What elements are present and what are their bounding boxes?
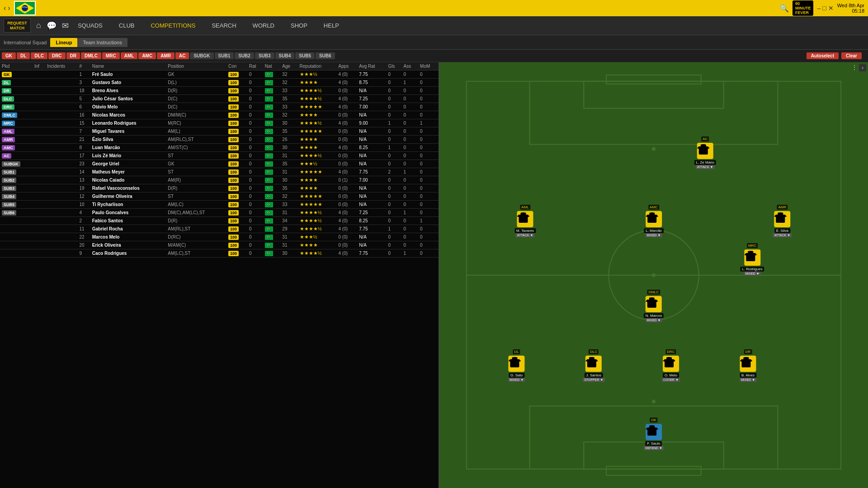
- filter-dl[interactable]: DL: [17, 52, 30, 59]
- role-dropdown-icon[interactable]: ▼: [787, 234, 790, 237]
- table-row[interactable]: SUB6 4 Paulo Goncalves DM(C),AM(LC),ST 1…: [0, 209, 439, 217]
- table-row[interactable]: 11 Gabriel Rocha AM(RL),ST 100 0 🇧🇷 29 ★…: [0, 225, 439, 233]
- player-shirt[interactable]: [663, 356, 679, 372]
- filter-amc[interactable]: AMC: [138, 52, 156, 59]
- player-shirt[interactable]: [697, 143, 713, 159]
- filter-subgk[interactable]: SUBGK: [190, 52, 213, 59]
- table-row[interactable]: DL 3 Gustavo Sato D(L) 100 0 🇧🇷 32 ★★★★ …: [0, 79, 439, 87]
- filter-drc[interactable]: DRC: [48, 52, 66, 59]
- player-role-tag[interactable]: MIXED ▼: [740, 378, 756, 382]
- role-dropdown-icon[interactable]: ▼: [658, 234, 661, 237]
- nav-competitions[interactable]: COMPETITIONS: [147, 20, 199, 31]
- nav-arrows[interactable]: ‹ ›: [4, 4, 10, 12]
- role-dropdown-icon[interactable]: ▼: [756, 272, 760, 275]
- minimize-btn[interactable]: –: [817, 5, 821, 12]
- role-dropdown-icon[interactable]: ▼: [710, 165, 713, 169]
- close-btn[interactable]: ✕: [828, 5, 834, 12]
- table-row[interactable]: AMC 8 Luan Marcão AM/ST(C) 100 0 🇧🇷 30 ★…: [0, 144, 439, 152]
- table-row[interactable]: DRC 6 Otávio Melo D(C) 100 0 🇧🇷 33 ★★★★★…: [0, 103, 439, 111]
- field-player[interactable]: DLC J. Santos STOPPER ▼: [583, 356, 604, 382]
- field-player[interactable]: AML M. Tavares ATTACK ▼: [514, 211, 536, 237]
- player-shirt[interactable]: [585, 356, 602, 372]
- maximize-btn[interactable]: □: [822, 5, 826, 12]
- player-shirt[interactable]: [744, 249, 760, 266]
- filter-dr[interactable]: DR: [66, 52, 80, 59]
- forward-arrow[interactable]: ›: [8, 4, 10, 12]
- filter-sub1[interactable]: SUB1: [215, 52, 234, 59]
- nav-search[interactable]: SEARCH: [208, 20, 240, 31]
- back-arrow[interactable]: ‹: [4, 4, 6, 12]
- home-icon[interactable]: ⌂: [36, 21, 41, 31]
- tab-lineup[interactable]: Lineup: [50, 38, 77, 47]
- filter-dmlc[interactable]: DMLC: [81, 52, 101, 59]
- field-player[interactable]: DR B. Alves MIXED ▼: [740, 356, 756, 382]
- autoselect-button[interactable]: Autoselect: [807, 52, 839, 59]
- filter-gk[interactable]: GK: [2, 52, 16, 59]
- filter-mrc[interactable]: MRC: [102, 52, 120, 59]
- clear-button[interactable]: Clear: [841, 52, 862, 59]
- table-row[interactable]: 22 Marcos Melo D(RC) 100 0 🇧🇷 31 ★★★½ 0 …: [0, 233, 439, 241]
- field-player[interactable]: DRC O. Melo COVER ▼: [662, 356, 680, 382]
- player-role-tag[interactable]: DEFEND ▼: [644, 446, 664, 450]
- field-player[interactable]: AMC L. Marcão MIXED ▼: [644, 211, 664, 237]
- table-row[interactable]: 9 Caco Rodrigues AM(LC),ST 100 0 🇧🇷 30 ★…: [0, 249, 439, 258]
- player-role-tag[interactable]: COVER ▼: [662, 378, 680, 382]
- nav-squads[interactable]: SQUADS: [74, 20, 106, 31]
- player-shirt[interactable]: [509, 356, 525, 372]
- field-player[interactable]: DMLC N. Marcos MIXED ▼: [644, 296, 664, 322]
- filter-sub6[interactable]: SUB6: [316, 52, 335, 59]
- field-player[interactable]: GK F. Saulo DEFEND ▼: [644, 424, 664, 450]
- table-row[interactable]: SUB2 13 Nicolas Caiado AM(R) 100 0 🇧🇷 30…: [0, 176, 439, 184]
- table-row[interactable]: 20 Erick Oliveira M/AM(C) 100 0 🇧🇷 31 ★★…: [0, 241, 439, 249]
- role-dropdown-icon[interactable]: ▼: [520, 378, 524, 381]
- filter-amr[interactable]: AMR: [157, 52, 175, 59]
- player-role-tag[interactable]: ATTACK ▼: [773, 233, 792, 237]
- window-controls[interactable]: – □ ✕: [817, 5, 833, 12]
- player-role-tag[interactable]: MIXED ▼: [645, 318, 662, 322]
- table-row[interactable]: SUB4 12 Guilherme Oliveira ST 100 0 🇧🇷 3…: [0, 192, 439, 201]
- player-role-tag[interactable]: MIXED ▼: [645, 233, 662, 237]
- player-role-tag[interactable]: STOPPER ▼: [583, 378, 604, 382]
- nav-club[interactable]: CLUB: [115, 20, 138, 31]
- role-dropdown-icon[interactable]: ▼: [600, 378, 603, 381]
- table-row[interactable]: SUB5 10 Ti Rycharlison AM(LC) 100 0 🇧🇷 3…: [0, 201, 439, 209]
- request-match-button[interactable]: REQUESTMATCH: [4, 19, 31, 33]
- table-row[interactable]: GK 1 Fré Saulo GK 100 0 🇧🇷 32 ★★★½ 4 (0)…: [0, 70, 439, 79]
- player-shirt[interactable]: [646, 211, 662, 227]
- table-row[interactable]: SUB1 14 Matheus Meyer ST 100 0 🇧🇷 31 ★★★…: [0, 168, 439, 176]
- field-player[interactable]: AMR É. Silva ATTACK ▼: [773, 211, 792, 237]
- search-icon[interactable]: 🔍: [780, 4, 789, 13]
- role-dropdown-icon[interactable]: ▼: [658, 319, 661, 322]
- nav-world[interactable]: WORLD: [249, 20, 278, 31]
- table-row[interactable]: SUB3 19 Rafael Vascoconselos D(R) 100 0 …: [0, 184, 439, 192]
- nav-shop[interactable]: SHOP: [287, 20, 311, 31]
- table-row[interactable]: DLC 5 Julio César Santos D(C) 100 0 🇧🇷 3…: [0, 95, 439, 103]
- filter-sub4[interactable]: SUB4: [275, 52, 295, 59]
- tab-team-instructions[interactable]: Team Instructions: [77, 38, 127, 47]
- role-dropdown-icon[interactable]: ▼: [659, 446, 662, 450]
- player-shirt[interactable]: [646, 424, 662, 440]
- table-row[interactable]: DR 18 Breno Alves D(R) 100 0 🇧🇷 33 ★★★★½…: [0, 87, 439, 95]
- field-player[interactable]: MRC L. Rodrigues MIXED ▼: [740, 249, 764, 276]
- player-role-tag[interactable]: ATTACK ▼: [696, 165, 715, 169]
- field-player[interactable]: AC L. Ze Mário ATTACK ▼: [694, 143, 716, 169]
- table-row[interactable]: 2 Fabico Santos D(R) 100 0 🇧🇷 34 ★★★★½ 4…: [0, 217, 439, 225]
- player-shirt[interactable]: [646, 296, 662, 312]
- field-player[interactable]: DL G. Sato MIXED ▼: [508, 356, 525, 382]
- role-dropdown-icon[interactable]: ▼: [675, 378, 679, 381]
- player-shirt[interactable]: [517, 211, 533, 227]
- filter-aml[interactable]: AML: [121, 52, 138, 59]
- filter-dlc[interactable]: DLC: [31, 52, 47, 59]
- role-dropdown-icon[interactable]: ▼: [530, 234, 533, 237]
- table-row[interactable]: SUBGK 23 George Uriel GK 100 0 🇧🇷 35 ★★★…: [0, 160, 439, 168]
- table-row[interactable]: AML 7 Miguel Tavares AM(L) 100 0 🇧🇷 35 ★…: [0, 127, 439, 136]
- chat-icon[interactable]: 💬: [47, 21, 57, 31]
- table-row[interactable]: DMLC 16 Nicolas Marcos DM/M(C) 100 0 🇧🇷 …: [0, 111, 439, 119]
- filter-ac[interactable]: AC: [175, 52, 189, 59]
- table-row[interactable]: AC 17 Luis Zé Mário ST 100 0 🇧🇷 31 ★★★★½…: [0, 152, 439, 160]
- table-row[interactable]: MRC 15 Leonardo Rodrigues M(RC) 100 0 🇧🇷…: [0, 119, 439, 127]
- player-shirt[interactable]: [774, 211, 790, 227]
- role-dropdown-icon[interactable]: ▼: [752, 378, 755, 381]
- player-role-tag[interactable]: MIXED ▼: [508, 378, 525, 382]
- filter-sub2[interactable]: SUB2: [235, 52, 254, 59]
